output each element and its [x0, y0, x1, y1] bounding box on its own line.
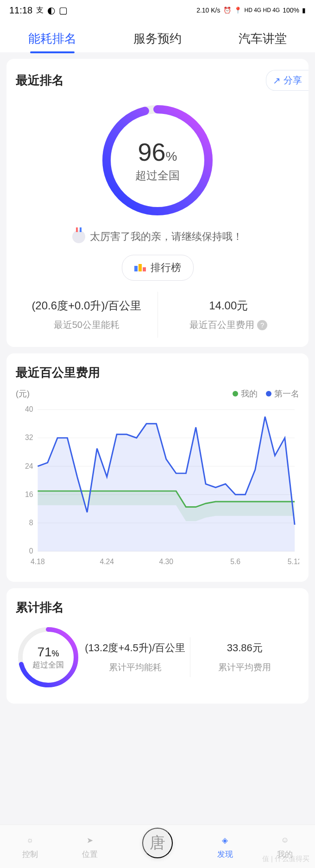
- recent-ranking-title: 最近排名: [16, 72, 64, 88]
- ring-subtitle: 超过全国: [135, 168, 180, 183]
- image-icon: ▢: [59, 5, 68, 16]
- svg-text:5.6: 5.6: [230, 558, 240, 566]
- profile-icon: ☺: [278, 833, 292, 847]
- cum-stat-label: 累计平均费用: [194, 661, 296, 673]
- svg-text:8: 8: [29, 519, 33, 527]
- recent-ranking-card: 最近排名 ↗ 分享 96% 超过全国 太厉害了我的亲，请继续保持哦！: [6, 59, 309, 347]
- recent-cost-stat: 14.00元 最近百公里费用?: [158, 292, 300, 338]
- share-button[interactable]: ↗ 分享: [266, 70, 309, 91]
- cost-chart-card: 最近百公里费用 (元) 我的 第一名 08162432404.184.244.3…: [6, 353, 309, 582]
- chart-legend: 我的 第一名: [233, 388, 299, 399]
- praise-text: 太厉害了我的亲，请继续保持哦！: [16, 230, 299, 244]
- svg-text:5.12: 5.12: [288, 558, 299, 566]
- signal-icons: HD 4G HD 4G: [245, 7, 280, 13]
- cum-stat-value: 33.86元: [194, 641, 296, 655]
- nav-discover[interactable]: ◈ 发现: [217, 833, 233, 860]
- stat-value: (20.6度+0.0升)/百公里: [19, 298, 154, 313]
- cum-ring-pct: %: [52, 649, 59, 658]
- cumulative-cost-stat: 33.86元 累计平均费用: [190, 637, 300, 677]
- svg-text:0: 0: [29, 547, 33, 555]
- cum-ring-value: 71: [37, 645, 51, 659]
- podium-icon: [134, 264, 146, 271]
- nav-control[interactable]: ☼ 控制: [22, 833, 38, 860]
- cum-stat-label: 累计平均能耗: [84, 661, 186, 673]
- status-bar: 11:18 支 ◐ ▢ 2.10 K/s ⏰ 📍 HD 4G HD 4G 100…: [0, 0, 315, 20]
- watermark: 值 | 什么值得买: [262, 855, 309, 863]
- recent-ring-gauge: 96% 超过全国: [97, 100, 218, 220]
- cumulative-consumption-stat: (13.2度+4.5升)/百公里 累计平均能耗: [81, 637, 190, 677]
- svg-text:4.30: 4.30: [159, 558, 173, 566]
- recent-consumption-stat: (20.6度+0.0升)/百公里 最近50公里能耗: [16, 292, 158, 338]
- cum-ring-subtitle: 超过全国: [32, 660, 64, 670]
- status-time: 11:18: [9, 5, 32, 16]
- cumulative-title: 累计排名: [16, 599, 299, 616]
- help-icon[interactable]: ?: [257, 320, 267, 330]
- leaderboard-button[interactable]: 排行榜: [122, 255, 194, 281]
- legend-mine: 我的: [241, 388, 258, 399]
- ring-pct-sign: %: [166, 149, 177, 164]
- leaderboard-label: 排行榜: [151, 261, 181, 275]
- svg-text:40: 40: [25, 405, 33, 413]
- status-dot-icon: ◐: [47, 5, 55, 16]
- cumulative-ranking-card: 累计排名 71% 超过全国 (13.2度+4.5升)/百公里 累计平均能耗 33…: [6, 588, 309, 704]
- location-icon: ➤: [83, 833, 97, 847]
- battery-pct: 100%: [283, 6, 299, 14]
- nav-center-button[interactable]: 唐: [142, 828, 173, 858]
- tab-service-booking[interactable]: 服务预约: [130, 25, 185, 52]
- nav-location[interactable]: ➤ 位置: [82, 833, 98, 860]
- tab-energy-ranking[interactable]: 能耗排名: [25, 25, 80, 52]
- gps-icon: 📍: [234, 6, 242, 14]
- stat-value: 14.00元: [162, 298, 296, 313]
- chart-unit: (元): [16, 388, 30, 399]
- legend-dot-first: [266, 391, 271, 396]
- center-label: 唐: [150, 832, 165, 854]
- svg-text:32: 32: [25, 434, 33, 441]
- control-icon: ☼: [23, 833, 37, 847]
- cumulative-ring-gauge: 71% 超过全国: [16, 625, 81, 690]
- alipay-icon: 支: [36, 6, 44, 15]
- svg-text:24: 24: [25, 462, 33, 470]
- share-label: 分享: [284, 74, 302, 87]
- ring-value: 96: [138, 138, 166, 166]
- legend-dot-mine: [233, 391, 238, 396]
- net-speed: 2.10 K/s: [196, 6, 220, 14]
- cost-chart-title: 最近百公里费用: [16, 365, 299, 381]
- stat-label: 最近50公里能耗: [19, 319, 154, 331]
- tab-car-lecture[interactable]: 汽车讲堂: [235, 25, 290, 52]
- cum-stat-value: (13.2度+4.5升)/百公里: [84, 641, 186, 655]
- nav-label: 发现: [217, 849, 233, 860]
- medal-icon: [72, 230, 85, 243]
- alarm-icon: ⏰: [223, 6, 231, 14]
- svg-text:16: 16: [25, 491, 33, 498]
- nav-label: 位置: [82, 849, 98, 860]
- svg-text:4.18: 4.18: [31, 558, 45, 566]
- stat-label: 最近百公里费用: [189, 319, 254, 331]
- top-tabs: 能耗排名 服务预约 汽车讲堂: [0, 20, 315, 52]
- discover-icon: ◈: [218, 833, 232, 847]
- legend-first: 第一名: [274, 388, 299, 399]
- share-icon: ↗: [273, 75, 281, 86]
- svg-text:4.24: 4.24: [100, 558, 114, 566]
- cost-line-chart: 08162432404.184.244.305.65.12: [16, 404, 299, 571]
- nav-label: 控制: [22, 849, 38, 860]
- battery-icon: ▮: [302, 6, 306, 14]
